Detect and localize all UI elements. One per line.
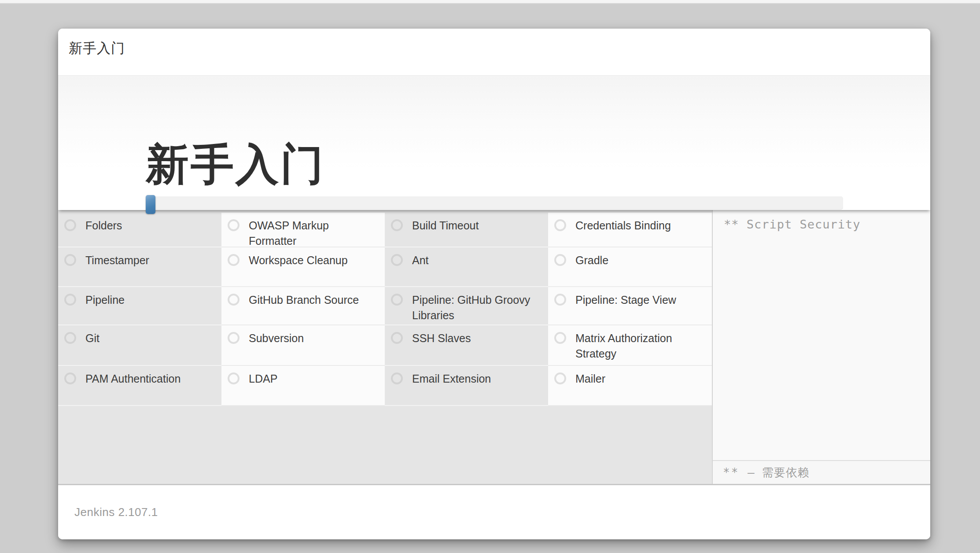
plugin-table: Folders OWASP Markup Formatter Build Tim… bbox=[58, 210, 712, 484]
install-content: Folders OWASP Markup Formatter Build Tim… bbox=[58, 210, 930, 484]
plugin-item: Timestamper bbox=[58, 247, 221, 287]
install-progress-track bbox=[146, 196, 843, 210]
plugin-name: Build Timeout bbox=[412, 218, 479, 233]
plugin-item: Git bbox=[58, 325, 221, 366]
plugin-item: OWASP Markup Formatter bbox=[221, 213, 385, 247]
spinner-icon bbox=[64, 254, 76, 266]
plugin-item: Build Timeout bbox=[385, 213, 548, 247]
plugin-item: SSH Slaves bbox=[385, 325, 548, 366]
plugin-item: Pipeline: Stage View bbox=[548, 287, 712, 325]
spinner-icon bbox=[554, 372, 566, 384]
plugin-name: Ant bbox=[412, 253, 429, 268]
dialog-title: 新手入门 bbox=[69, 39, 930, 58]
dependency-legend-marker: ** – bbox=[723, 466, 756, 479]
plugin-name: Email Extension bbox=[412, 371, 491, 387]
plugin-item: Folders bbox=[58, 213, 221, 247]
plugin-item: Email Extension bbox=[385, 366, 548, 406]
plugin-name: GitHub Branch Source bbox=[249, 292, 359, 308]
spinner-icon bbox=[554, 254, 566, 266]
spinner-icon bbox=[228, 254, 239, 266]
dialog-footer: Jenkins 2.107.1 bbox=[58, 484, 930, 539]
plugin-item: Credentials Binding bbox=[548, 213, 712, 247]
spinner-icon bbox=[64, 294, 76, 306]
plugin-name: LDAP bbox=[249, 371, 277, 387]
spinner-icon bbox=[391, 372, 403, 384]
plugin-item: Pipeline: GitHub Groovy Libraries bbox=[385, 287, 548, 325]
spinner-icon bbox=[228, 372, 239, 384]
plugin-item: Matrix Authorization Strategy bbox=[548, 325, 712, 366]
spinner-icon bbox=[391, 332, 403, 344]
plugin-item: Pipeline bbox=[58, 287, 221, 325]
spinner-icon bbox=[228, 219, 239, 231]
install-console-panel: ** Script Security ** – 需要依赖 bbox=[712, 210, 930, 484]
jumbotron: 新手入门 bbox=[58, 76, 930, 210]
plugin-name: SSH Slaves bbox=[412, 331, 471, 346]
plugin-name: Subversion bbox=[249, 331, 304, 346]
spinner-icon bbox=[228, 294, 239, 306]
plugin-name: Mailer bbox=[575, 371, 605, 387]
plugin-name: Matrix Authorization Strategy bbox=[575, 331, 705, 361]
spinner-icon bbox=[391, 294, 403, 306]
getting-started-heading: 新手入门 bbox=[146, 141, 325, 188]
plugin-item: LDAP bbox=[221, 366, 385, 406]
spinner-icon bbox=[391, 254, 403, 266]
jenkins-version: Jenkins 2.107.1 bbox=[74, 505, 158, 519]
spinner-icon bbox=[391, 219, 403, 231]
plugin-name: Pipeline: Stage View bbox=[575, 292, 676, 308]
plugin-item: PAM Authentication bbox=[58, 366, 221, 406]
dependency-legend: ** – 需要依赖 bbox=[713, 460, 930, 484]
plugin-name: Pipeline: GitHub Groovy Libraries bbox=[412, 292, 542, 323]
plugin-name: Folders bbox=[85, 218, 122, 233]
top-strip bbox=[0, 0, 980, 4]
plugin-item: Ant bbox=[385, 247, 548, 287]
spinner-icon bbox=[64, 372, 76, 384]
plugin-item: Subversion bbox=[221, 325, 385, 366]
dialog-header: 新手入门 bbox=[58, 29, 930, 76]
spinner-icon bbox=[64, 219, 76, 231]
setup-wizard-dialog: 新手入门 新手入门 Folders OWASP Markup Formatter… bbox=[58, 29, 930, 539]
plugin-item: Gradle bbox=[548, 247, 712, 287]
dependency-legend-text: 需要依赖 bbox=[762, 465, 810, 480]
plugin-name: OWASP Markup Formatter bbox=[249, 218, 379, 249]
spinner-icon bbox=[554, 219, 566, 231]
plugin-name: Pipeline bbox=[85, 292, 125, 308]
spinner-icon bbox=[554, 332, 566, 344]
spinner-icon bbox=[64, 332, 76, 344]
plugin-name: Credentials Binding bbox=[575, 218, 671, 233]
spinner-icon bbox=[554, 294, 566, 306]
install-progress-handle bbox=[146, 195, 155, 214]
plugin-item: Mailer bbox=[548, 366, 712, 406]
plugin-grid: Folders OWASP Markup Formatter Build Tim… bbox=[58, 213, 712, 406]
plugin-name: Workspace Cleanup bbox=[249, 253, 348, 268]
plugin-name: PAM Authentication bbox=[85, 371, 181, 387]
plugin-item: Workspace Cleanup bbox=[221, 247, 385, 287]
spinner-icon bbox=[228, 332, 239, 344]
plugin-name: Gradle bbox=[575, 253, 608, 268]
console-active-plugin: ** Script Security bbox=[713, 210, 930, 460]
plugin-name: Git bbox=[85, 331, 99, 346]
plugin-name: Timestamper bbox=[85, 253, 149, 268]
plugin-item: GitHub Branch Source bbox=[221, 287, 385, 325]
